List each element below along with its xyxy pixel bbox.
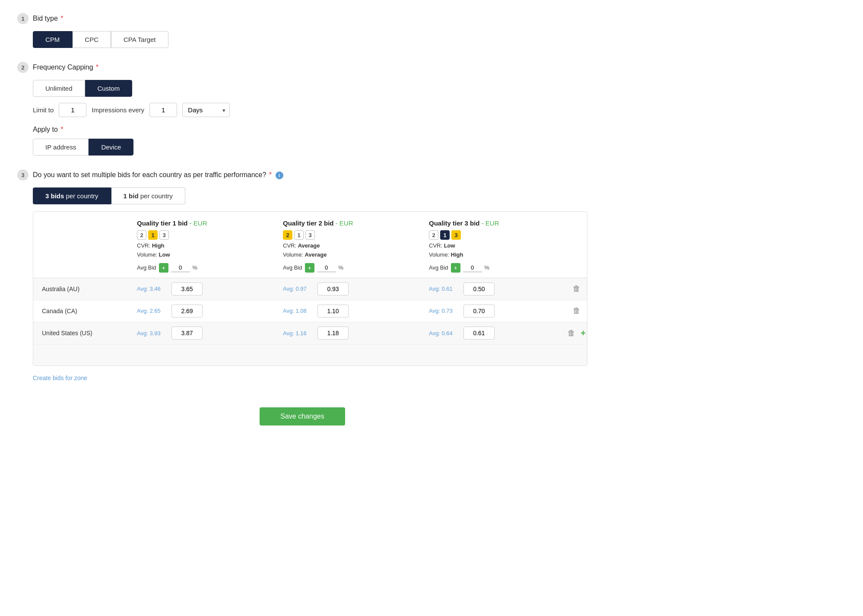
bid-type-cpa[interactable]: CPA Target xyxy=(111,31,168,48)
tier1-avg-label: Avg Bid xyxy=(137,264,156,271)
tier2-badges: 2 1 3 xyxy=(283,230,412,240)
ca-tier1-avg: Avg: 2.65 xyxy=(137,308,167,314)
period-select-wrapper: Days Hours Weeks xyxy=(182,103,230,117)
bids-toggle: 3 bids per country 1 bid per country xyxy=(33,187,587,204)
bid-table-header: Quality tier 1 bid - EUR 2 1 3 CVR: High… xyxy=(33,212,587,278)
tier2-avg-plus[interactable]: + xyxy=(305,263,314,273)
country-us: United States (US) xyxy=(33,324,128,343)
us-tier1-input[interactable] xyxy=(171,327,203,340)
tier2-badge-3: 3 xyxy=(305,230,315,240)
us-tier3-input[interactable] xyxy=(463,327,495,340)
us-add-btn[interactable]: + xyxy=(579,327,587,340)
country-australia: Australia (AU) xyxy=(33,279,128,298)
step3-section: 3 Do you want to set multiple bids for e… xyxy=(17,169,587,381)
tier2-avg-bid-row: Avg Bid + % xyxy=(283,263,412,273)
us-tier1-avg: Avg: 3.93 xyxy=(137,330,167,337)
step3-title: Do you want to set multiple bids for eac… xyxy=(33,171,283,179)
step3-header: 3 Do you want to set multiple bids for e… xyxy=(17,169,587,181)
limit-to-label: Limit to xyxy=(33,106,54,114)
tier1-badge-3: 3 xyxy=(159,230,169,240)
save-button[interactable]: Save changes xyxy=(260,407,345,425)
bids-1-btn[interactable]: 1 bid per country xyxy=(111,187,185,204)
tier3-badge-2: 2 xyxy=(429,230,438,240)
tier2-badge-2: 2 xyxy=(283,230,292,240)
au-tier3-cell: Avg: 0.61 xyxy=(420,278,566,300)
apply-to-section: Apply to * IP address Device xyxy=(33,126,587,156)
ca-tier3-input[interactable] xyxy=(463,305,495,318)
tier2-avg-label: Avg Bid xyxy=(283,264,302,271)
us-tier3-cell: Avg: 0.64 xyxy=(420,322,566,344)
step2-circle: 2 xyxy=(17,62,29,73)
empty-row xyxy=(33,345,587,365)
us-tier2-input[interactable] xyxy=(317,327,349,340)
tier3-avg-plus[interactable]: + xyxy=(451,263,460,273)
tier3-avg-input[interactable] xyxy=(463,264,482,272)
tier3-title: Quality tier 3 bid - EUR xyxy=(429,219,558,227)
ca-tier1-input[interactable] xyxy=(171,305,203,318)
header-actions-empty xyxy=(566,212,587,278)
au-delete-btn[interactable]: 🗑 xyxy=(571,283,582,295)
period-select[interactable]: Days Hours Weeks xyxy=(182,103,230,117)
impressions-every-input[interactable] xyxy=(149,103,177,117)
apply-device-btn[interactable]: Device xyxy=(89,139,133,156)
ca-tier2-avg: Avg: 1.08 xyxy=(283,308,313,314)
save-section: Save changes xyxy=(17,407,587,425)
tier1-cvr: CVR: HighVolume: Low xyxy=(137,241,266,260)
create-zone-link[interactable]: Create bids for zone xyxy=(33,375,87,381)
bid-type-cpc[interactable]: CPC xyxy=(72,31,111,48)
tier2-title: Quality tier 2 bid - EUR xyxy=(283,219,412,227)
tier3-badge-3: 3 xyxy=(451,230,461,240)
apply-ip-btn[interactable]: IP address xyxy=(33,139,89,156)
us-tier1-cell: Avg: 3.93 xyxy=(128,322,274,344)
tier1-header: Quality tier 1 bid - EUR 2 1 3 CVR: High… xyxy=(128,212,274,278)
required-star: * xyxy=(60,15,63,22)
tier1-avg-plus[interactable]: + xyxy=(159,263,168,273)
tier1-badge-2: 2 xyxy=(137,230,146,240)
bid-table-body: Australia (AU) Avg: 3.46 Avg: 0.97 Avg: … xyxy=(33,278,587,365)
us-actions: 🗑 + xyxy=(566,322,587,344)
tier1-avg-input[interactable] xyxy=(171,264,190,272)
tier1-title: Quality tier 1 bid - EUR xyxy=(137,219,266,227)
tier1-pct: % xyxy=(193,264,198,271)
required-star-3: * xyxy=(60,126,63,133)
bid-type-group: CPM CPC CPA Target xyxy=(33,31,587,48)
au-tier2-input[interactable] xyxy=(317,283,349,295)
step2-content: Unlimited Custom Limit to Impressions ev… xyxy=(17,80,587,156)
tier2-eur: - EUR xyxy=(336,219,353,227)
step2-title: Frequency Capping * xyxy=(33,64,98,71)
tier3-eur: - EUR xyxy=(482,219,499,227)
tier2-avg-input[interactable] xyxy=(317,264,336,272)
tier2-cvr: CVR: AverageVolume: Average xyxy=(283,241,412,260)
au-tier3-input[interactable] xyxy=(463,283,495,295)
ca-tier2-input[interactable] xyxy=(317,305,349,318)
step2-section: 2 Frequency Capping * Unlimited Custom L… xyxy=(17,62,587,156)
table-row: Canada (CA) Avg: 2.65 Avg: 1.08 Avg: 0.7… xyxy=(33,300,587,322)
info-icon[interactable]: i xyxy=(276,171,283,179)
tier1-avg-bid-row: Avg Bid + % xyxy=(137,263,266,273)
us-delete-btn[interactable]: 🗑 xyxy=(566,327,577,340)
freq-custom-btn[interactable]: Custom xyxy=(85,80,133,97)
ca-tier1-cell: Avg: 2.65 xyxy=(128,300,274,322)
frequency-toggle: Unlimited Custom xyxy=(33,80,587,97)
limit-to-input[interactable] xyxy=(59,103,86,117)
us-tier2-avg: Avg: 1.16 xyxy=(283,330,313,337)
step1-header: 1 Bid type * xyxy=(17,13,587,24)
freq-unlimited-btn[interactable]: Unlimited xyxy=(33,80,85,97)
header-country-empty xyxy=(33,212,128,278)
table-row: United States (US) Avg: 3.93 Avg: 1.16 A… xyxy=(33,322,587,345)
ca-delete-btn[interactable]: 🗑 xyxy=(571,305,582,317)
au-tier2-avg: Avg: 0.97 xyxy=(283,286,313,292)
step1-circle: 1 xyxy=(17,13,29,24)
impressions-label: Impressions every xyxy=(92,106,144,114)
bids-3-btn[interactable]: 3 bids per country xyxy=(33,187,111,204)
au-actions: 🗑 xyxy=(566,278,587,299)
ca-tier3-avg: Avg: 0.73 xyxy=(429,308,459,314)
bid-table: Quality tier 1 bid - EUR 2 1 3 CVR: High… xyxy=(33,211,587,366)
ca-tier2-cell: Avg: 1.08 xyxy=(274,300,420,322)
apply-to-group: IP address Device xyxy=(33,139,587,156)
table-row: Australia (AU) Avg: 3.46 Avg: 0.97 Avg: … xyxy=(33,278,587,300)
tier2-badge-1: 1 xyxy=(294,230,304,240)
au-tier1-input[interactable] xyxy=(171,283,203,295)
bid-type-cpm[interactable]: CPM xyxy=(33,31,72,48)
step1-title: Bid type * xyxy=(33,15,63,22)
